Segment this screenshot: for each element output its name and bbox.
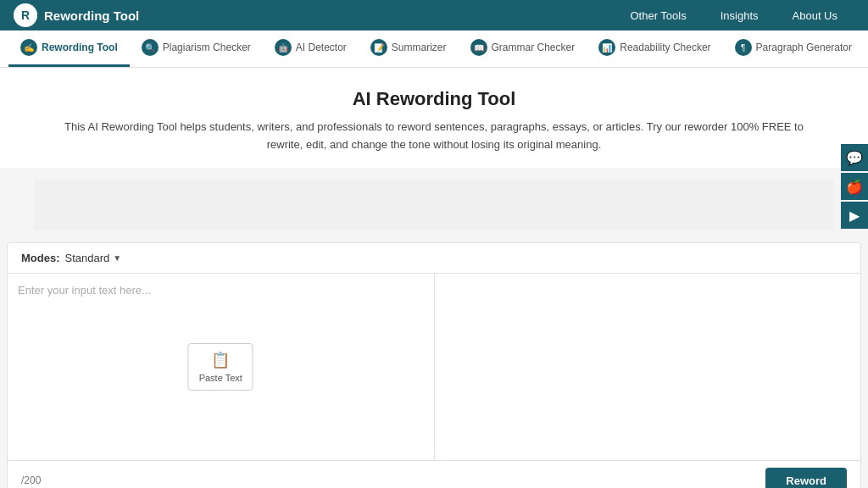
tab-bar: ✍ Rewording Tool 🔍 Plagiarism Checker 🤖 …: [0, 30, 868, 68]
chat-side-button[interactable]: 💬: [841, 144, 868, 171]
tab-grammar-label: Grammar Checker: [492, 42, 576, 53]
tab-rewording-tool[interactable]: ✍ Rewording Tool: [8, 30, 130, 67]
mode-selected-value: Standard: [65, 252, 110, 264]
tab-ai-detector[interactable]: 🤖 AI Detector: [263, 30, 359, 67]
grammar-checker-icon: 📖: [470, 39, 487, 56]
clipboard-icon: 📋: [211, 351, 230, 369]
readability-icon: 📊: [598, 39, 615, 56]
tab-readability-label: Readability Checker: [620, 42, 710, 53]
page-description: This AI Rewording Tool helps students, w…: [53, 119, 815, 154]
tool-panel: Modes: Standard ▼ Enter your input text …: [7, 242, 861, 488]
input-area[interactable]: Enter your input text here... 📋 Paste Te…: [8, 274, 435, 460]
input-placeholder: Enter your input text here...: [18, 284, 151, 297]
ad-banner-top: [34, 180, 834, 230]
plagiarism-checker-icon: 🔍: [142, 39, 159, 56]
modes-dropdown[interactable]: Standard ▼: [65, 252, 122, 264]
summarizer-icon: 📝: [370, 39, 387, 56]
tab-summarizer-label: Summarizer: [392, 42, 447, 53]
apple-side-button[interactable]: 🍎: [841, 173, 868, 200]
tab-readability-checker[interactable]: 📊 Readability Checker: [587, 30, 722, 67]
tab-plagiarism-checker[interactable]: 🔍 Plagiarism Checker: [130, 30, 263, 67]
page-title: AI Rewording Tool: [34, 88, 834, 110]
tool-panel-header: Modes: Standard ▼: [8, 243, 860, 274]
logo-icon: R: [14, 3, 37, 27]
tab-paragraph-expander[interactable]: ≡ Paragraph Expander: [864, 30, 868, 67]
char-count: /200: [21, 474, 41, 486]
rewording-tool-icon: ✍: [20, 39, 37, 56]
logo: R Rewording Tool: [14, 3, 139, 27]
tab-paragraph-gen-label: Paragraph Generator: [756, 42, 852, 53]
play-side-button[interactable]: ▶: [841, 202, 868, 229]
tab-rewording-tool-label: Rewording Tool: [42, 42, 118, 53]
main-content: AI Rewording Tool This AI Rewording Tool…: [0, 68, 868, 168]
tab-plagiarism-label: Plagiarism Checker: [163, 42, 251, 53]
tool-bottom-bar: /200 Reword: [8, 460, 860, 488]
nav-about-us[interactable]: About Us: [776, 0, 854, 30]
tab-summarizer[interactable]: 📝 Summarizer: [359, 30, 459, 67]
side-panel: 💬 🍎 ▶: [841, 144, 868, 229]
tab-ai-detector-label: AI Detector: [296, 42, 347, 53]
modes-label: Modes:: [21, 252, 60, 264]
nav-insights[interactable]: Insights: [704, 0, 776, 30]
chevron-down-icon: ▼: [113, 253, 121, 263]
paste-text-button[interactable]: 📋 Paste Text: [188, 343, 253, 391]
paragraph-generator-icon: ¶: [735, 39, 752, 56]
tab-paragraph-generator[interactable]: ¶ Paragraph Generator: [723, 30, 864, 67]
nav-other-tools[interactable]: Other Tools: [613, 0, 703, 30]
reword-button[interactable]: Reword: [765, 468, 847, 488]
header-nav: Other Tools Insights About Us: [613, 0, 854, 30]
ai-detector-icon: 🤖: [275, 39, 292, 56]
paste-button-label: Paste Text: [199, 373, 242, 383]
tab-grammar-checker[interactable]: 📖 Grammar Checker: [459, 30, 587, 67]
logo-text: Rewording Tool: [44, 8, 139, 23]
output-area: [435, 274, 861, 460]
text-areas: Enter your input text here... 📋 Paste Te…: [8, 274, 860, 460]
header: R Rewording Tool Other Tools Insights Ab…: [0, 0, 868, 30]
